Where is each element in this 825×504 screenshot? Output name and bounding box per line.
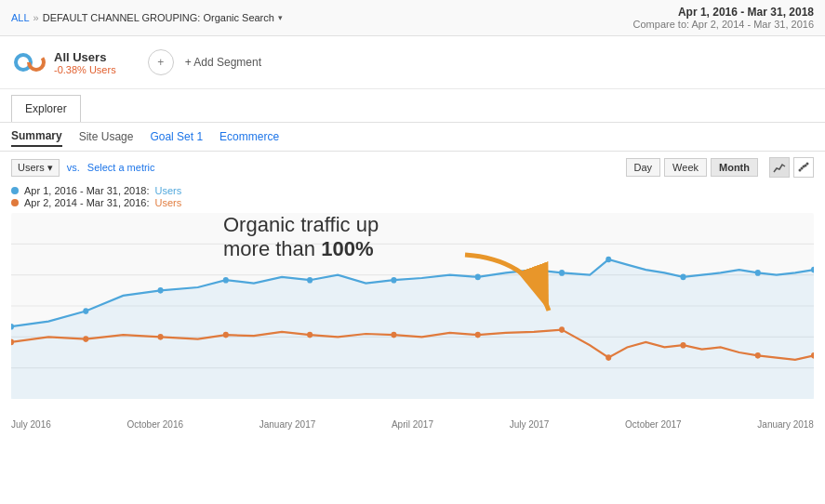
add-segment-button[interactable]: + — [148, 49, 174, 75]
period-buttons: Day Week Month — [626, 158, 758, 177]
period-controls: Day Week Month — [626, 157, 814, 178]
chart-area: Organic traffic up more than 100% — [0, 213, 825, 418]
segment-bar: All Users -0.38% Users + + Add Segment — [0, 36, 825, 89]
select-metric-link[interactable]: Select a metric — [87, 162, 155, 173]
channel-dropdown-arrow[interactable]: ▾ — [278, 13, 283, 22]
svg-point-34 — [559, 326, 565, 333]
svg-point-30 — [223, 332, 229, 338]
x-axis: July 2016 October 2016 January 2017 Apri… — [0, 418, 825, 430]
legend-row-1: Apr 1, 2016 - Mar 31, 2018: Users — [11, 185, 814, 196]
svg-point-36 — [681, 342, 686, 349]
metric-selector: Users ▾ vs. Select a metric — [11, 159, 155, 177]
line-chart-svg — [11, 213, 814, 399]
x-label-4: April 2017 — [392, 419, 433, 430]
add-segment-label: + Add Segment — [185, 56, 261, 69]
svg-point-31 — [307, 332, 313, 338]
add-segment-wrapper: + + Add Segment — [148, 49, 261, 75]
tab-goal-set[interactable]: Goal Set 1 — [150, 127, 203, 146]
x-label-5: July 2017 — [510, 419, 550, 430]
svg-point-33 — [475, 332, 481, 338]
x-label-3: January 2017 — [259, 419, 316, 430]
legend-area: Apr 1, 2016 - Mar 31, 2018: Users Apr 2,… — [0, 183, 825, 213]
segment-change: -0.38% Users — [54, 64, 116, 75]
explorer-tab[interactable]: Explorer — [11, 95, 81, 122]
svg-point-29 — [158, 334, 164, 340]
svg-point-5 — [801, 167, 804, 170]
tab-ecommerce[interactable]: Ecommerce — [220, 127, 279, 146]
svg-point-32 — [391, 332, 396, 338]
x-label-6: October 2017 — [625, 419, 682, 430]
channel-label: DEFAULT CHANNEL GROUPING: Organic Search — [43, 12, 274, 23]
svg-point-37 — [755, 352, 761, 359]
legend-metric-2: Users — [155, 197, 182, 208]
chart-controls: Users ▾ vs. Select a metric Day Week Mon… — [0, 152, 825, 183]
tab-site-usage[interactable]: Site Usage — [79, 127, 134, 146]
legend-period-2: Apr 2, 2014 - Mar 31, 2016: — [24, 197, 150, 208]
x-label-1: July 2016 — [11, 419, 51, 430]
svg-point-35 — [605, 354, 611, 361]
tab-summary[interactable]: Summary — [11, 126, 62, 147]
segment-info: All Users -0.38% Users — [54, 50, 116, 75]
date-range: Apr 1, 2016 - Mar 31, 2018 Compare to: A… — [633, 6, 814, 30]
vs-label: vs. — [67, 162, 80, 173]
segment-name: All Users — [54, 50, 116, 64]
svg-point-6 — [805, 165, 807, 167]
explorer-section: Explorer — [0, 89, 825, 123]
breadcrumb-sep: » — [33, 12, 39, 23]
svg-point-28 — [83, 336, 88, 342]
metric-dropdown[interactable]: Users ▾ — [11, 159, 60, 177]
week-button[interactable]: Week — [664, 158, 707, 177]
breadcrumb: ALL » DEFAULT CHANNEL GROUPING: Organic … — [11, 12, 283, 23]
top-bar: ALL » DEFAULT CHANNEL GROUPING: Organic … — [0, 0, 825, 36]
x-label-7: January 2018 — [757, 419, 814, 430]
sub-tabs: Summary Site Usage Goal Set 1 Ecommerce — [0, 123, 825, 152]
chart-icons — [769, 157, 814, 178]
day-button[interactable]: Day — [626, 158, 661, 177]
x-label-2: October 2016 — [126, 419, 183, 430]
compare-date: Compare to: Apr 2, 2014 - Mar 31, 2016 — [633, 19, 814, 30]
legend-metric-1: Users — [155, 185, 182, 196]
line-chart-button[interactable] — [769, 157, 790, 178]
all-link[interactable]: ALL — [11, 12, 30, 23]
all-users-segment: All Users -0.38% Users — [13, 46, 116, 79]
legend-dot-blue — [11, 187, 19, 194]
scatter-chart-button[interactable] — [793, 157, 814, 178]
month-button[interactable]: Month — [711, 158, 758, 177]
legend-dot-orange — [11, 199, 19, 206]
legend-period-1: Apr 1, 2016 - Mar 31, 2018: — [24, 185, 150, 196]
main-date: Apr 1, 2016 - Mar 31, 2018 — [633, 6, 814, 19]
all-users-donut-icon — [13, 46, 47, 79]
legend-row-2: Apr 2, 2014 - Mar 31, 2016: Users — [11, 197, 814, 208]
